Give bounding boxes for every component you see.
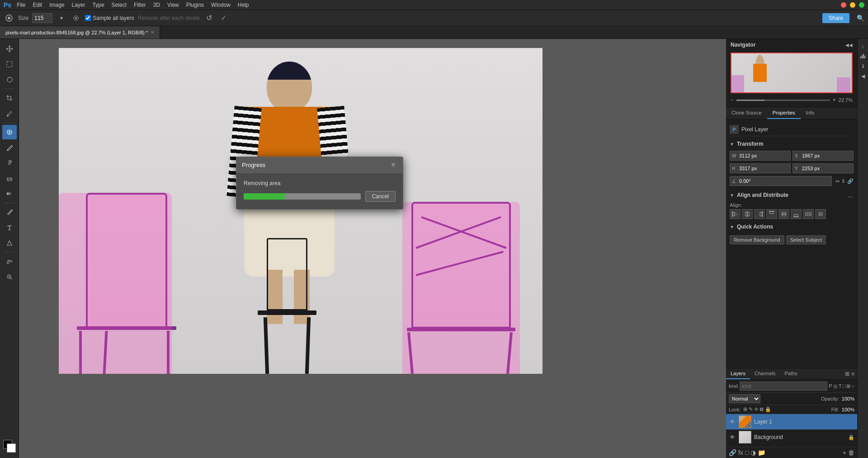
color-boxes[interactable] — [2, 439, 17, 453]
path-selection-tool-btn[interactable] — [2, 236, 17, 250]
hand-tool-btn[interactable] — [2, 254, 17, 269]
layers-tab-paths[interactable]: Paths — [780, 368, 802, 379]
menu-plugins[interactable]: Plugins — [186, 2, 204, 8]
brush-tool-btn[interactable] — [2, 140, 17, 155]
clone-stamp-tool-btn[interactable] — [2, 156, 17, 170]
align-section-header[interactable]: ▼ Align and Distribute … — [730, 190, 854, 200]
tab-clone-source[interactable]: Clone Source — [726, 107, 767, 119]
layer-new-icon[interactable]: + — [843, 449, 846, 456]
menu-type[interactable]: Type — [93, 2, 104, 8]
document-tab[interactable]: pixels-mart-production-8945168.jpg @ 22.… — [0, 26, 160, 38]
gradient-tool-btn[interactable] — [2, 186, 17, 201]
canvas-area[interactable]: Progress ✕ Removing area Cancel — [19, 39, 726, 458]
layer-item-background[interactable]: 👁 Background 🔒 — [726, 429, 857, 445]
sec-histogram-btn[interactable] — [859, 52, 868, 61]
menu-file[interactable]: File — [17, 2, 25, 8]
layers-filter-toggle[interactable]: ⊞ — [845, 371, 849, 377]
menu-image[interactable]: Image — [49, 2, 64, 8]
align-center-v-btn[interactable] — [778, 209, 789, 219]
layer-item-layer1[interactable]: 👁 Layer 1 — [726, 414, 857, 429]
transform-link-icon[interactable]: 🔗 — [847, 178, 854, 184]
brush-pressure-icon[interactable] — [71, 13, 81, 24]
background-color[interactable] — [7, 444, 16, 453]
navigator-preview[interactable] — [731, 52, 853, 93]
menu-select[interactable]: Select — [112, 2, 127, 8]
layer-adj-icon[interactable]: ◑ — [750, 449, 756, 456]
background-visibility-btn[interactable]: 👁 — [729, 434, 736, 440]
select-subject-btn[interactable]: Select Subject — [786, 235, 826, 244]
lock-position-icon[interactable]: ✛ — [754, 406, 758, 412]
layers-tab-channels[interactable]: Channels — [750, 368, 780, 379]
size-dropdown-icon[interactable]: ▾ — [56, 13, 67, 24]
minimize-window-btn[interactable] — [850, 2, 855, 8]
move-tool-btn[interactable] — [2, 42, 17, 56]
align-top-edge-btn[interactable] — [766, 209, 777, 219]
reset-btn[interactable]: ↺ — [203, 13, 214, 24]
filter-type-icon[interactable]: T — [839, 383, 842, 389]
close-window-btn[interactable] — [841, 2, 846, 8]
menu-window[interactable]: Window — [211, 2, 231, 8]
filter-on-icon[interactable]: ○ — [851, 383, 854, 389]
filter-smart-icon[interactable]: ⊞ — [846, 383, 850, 389]
zoom-slider[interactable] — [736, 100, 830, 101]
tab-info[interactable]: Info — [801, 107, 820, 119]
rectangular-marquee-tool-btn[interactable] — [2, 57, 17, 72]
size-input[interactable] — [32, 13, 52, 23]
transform-w-field[interactable]: W 3112 px — [730, 151, 791, 161]
layer-link-icon[interactable]: 🔗 — [729, 449, 736, 456]
zoom-tool-btn[interactable] — [2, 270, 17, 284]
layer-delete-icon[interactable]: 🗑 — [848, 449, 854, 456]
pen-tool-btn[interactable] — [2, 205, 17, 219]
sec-collapse-btn[interactable]: ◀ — [859, 72, 868, 81]
quick-actions-section-header[interactable]: ▼ Quick Actions — [730, 222, 854, 232]
transform-h-field[interactable]: H 3317 px — [730, 163, 791, 173]
lock-pixels-icon[interactable]: ✎ — [749, 406, 753, 412]
eraser-tool-btn[interactable] — [2, 171, 17, 186]
transform-flip-v-icon[interactable]: ⇕ — [841, 178, 845, 184]
layer1-visibility-btn[interactable]: 👁 — [729, 419, 736, 425]
lasso-tool-btn[interactable] — [2, 72, 17, 87]
align-more-btn[interactable]: … — [847, 191, 854, 199]
crop-tool-btn[interactable] — [2, 91, 17, 105]
distribute-left-btn[interactable] — [803, 209, 814, 219]
tool-preset-icon[interactable] — [4, 13, 14, 24]
align-bottom-edge-btn[interactable] — [791, 209, 802, 219]
transform-section-header[interactable]: ▼ Transform — [730, 139, 854, 149]
sec-arrange-btn[interactable]: ↕ — [859, 42, 868, 51]
sec-info-btn[interactable]: ℹ — [859, 62, 868, 71]
transform-y-field[interactable]: Y 2253 px — [793, 163, 854, 173]
navigator-header[interactable]: Navigator ◀◀ — [726, 39, 857, 51]
zoom-out-icon[interactable]: − — [731, 97, 734, 103]
menu-edit[interactable]: Edit — [33, 2, 42, 8]
lock-all-icon[interactable]: 🔒 — [765, 406, 771, 412]
filter-pixel-icon[interactable]: P — [829, 383, 832, 389]
align-center-h-btn[interactable] — [742, 209, 753, 219]
sample-all-checkbox[interactable] — [85, 15, 91, 21]
filter-shape-icon[interactable]: □ — [843, 383, 846, 389]
layer-group-icon[interactable]: 📁 — [758, 449, 765, 456]
maximize-window-btn[interactable] — [859, 2, 864, 8]
align-left-edge-btn[interactable] — [730, 209, 741, 219]
zoom-in-icon[interactable]: + — [833, 97, 836, 103]
menu-help[interactable]: Help — [238, 2, 249, 8]
search-icon-btn[interactable]: 🔍 — [857, 14, 864, 22]
transform-angle-field[interactable]: ∠ 0.00° — [730, 176, 832, 186]
text-tool-btn[interactable] — [2, 220, 17, 235]
dialog-close-btn[interactable]: ✕ — [389, 161, 397, 169]
tab-properties[interactable]: Properties — [767, 107, 801, 119]
menu-view[interactable]: View — [167, 2, 179, 8]
confirm-btn[interactable]: ✓ — [218, 13, 229, 24]
canvas-content[interactable] — [59, 48, 542, 374]
share-button[interactable]: Share — [822, 13, 849, 23]
transform-x-field[interactable]: X 1867 px — [793, 151, 854, 161]
cancel-button[interactable]: Cancel — [365, 191, 396, 202]
layers-more-options[interactable]: ≡ — [851, 371, 854, 377]
navigator-collapse-icon[interactable]: ◀◀ — [845, 43, 853, 48]
align-right-edge-btn[interactable] — [754, 209, 765, 219]
lock-artboard-icon[interactable]: ⊠ — [760, 406, 764, 412]
close-tab-icon[interactable]: ✕ — [151, 30, 154, 35]
layers-tab-layers[interactable]: Layers — [726, 368, 750, 379]
eyedropper-tool-btn[interactable] — [2, 106, 17, 121]
distribute-center-h-btn[interactable] — [815, 209, 826, 219]
remove-bg-btn[interactable]: Remove Background — [730, 235, 784, 244]
